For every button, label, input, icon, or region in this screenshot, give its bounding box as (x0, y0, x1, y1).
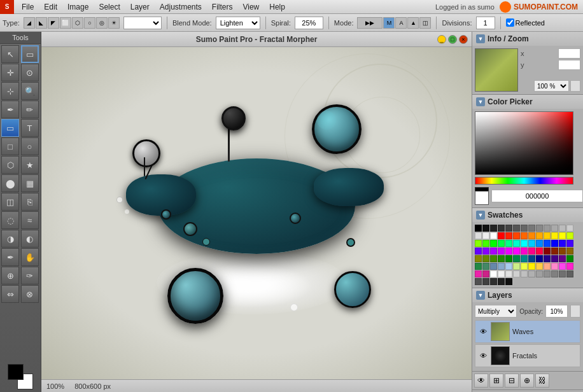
tool-arrow[interactable]: ↖ (1, 45, 19, 63)
spiral-input[interactable] (295, 17, 323, 29)
tool-crop[interactable]: ⊹ (1, 82, 19, 100)
swatch-item[interactable] (513, 270, 520, 277)
swatch-item[interactable] (551, 255, 558, 262)
menu-file[interactable]: File (17, 1, 39, 13)
hex-input[interactable] (491, 190, 583, 202)
swatch-item[interactable] (544, 240, 551, 247)
swatch-item[interactable] (513, 232, 520, 239)
swatch-item[interactable] (536, 248, 543, 255)
swatch-item[interactable] (490, 225, 497, 232)
tool-pen[interactable]: ✒ (1, 248, 19, 266)
zoom-select[interactable]: 100 % (534, 80, 569, 92)
swatch-item[interactable] (505, 240, 512, 247)
x-input[interactable] (558, 48, 580, 59)
type-icon-2[interactable]: ◣ (36, 17, 47, 29)
tool-select-rect[interactable]: ▭ (21, 45, 39, 63)
swatch-item[interactable] (528, 255, 535, 262)
swatch-item[interactable] (490, 240, 497, 247)
layer-eye-waves[interactable]: 👁 (478, 326, 488, 337)
layer-btn-1[interactable]: 👁 (474, 374, 488, 388)
tool-star[interactable]: ★ (21, 156, 39, 174)
swatch-item[interactable] (505, 248, 512, 255)
swatch-item[interactable] (521, 240, 528, 247)
reflected-checkbox[interactable] (506, 18, 514, 27)
swatch-item[interactable] (521, 232, 528, 239)
tool-zoom[interactable]: 🔍 (21, 82, 39, 100)
swatch-item[interactable] (498, 232, 505, 239)
swatch-item[interactable] (559, 263, 566, 270)
maximize-button[interactable]: □ (448, 35, 457, 44)
swatch-item[interactable] (498, 278, 505, 285)
mode-icon-5[interactable]: ◫ (419, 17, 431, 29)
bg-color-swatch[interactable] (475, 191, 489, 205)
swatch-item[interactable] (513, 255, 520, 262)
swatch-item[interactable] (490, 278, 497, 285)
swatch-item[interactable] (513, 263, 520, 270)
layer-blend-mode[interactable]: Multiply (475, 305, 517, 318)
menu-layer[interactable]: Layer (125, 1, 155, 13)
tool-text[interactable]: T (21, 119, 39, 137)
swatch-item[interactable] (475, 240, 482, 247)
swatch-item[interactable] (498, 248, 505, 255)
swatch-item[interactable] (528, 248, 535, 255)
tool-hand[interactable]: ✋ (21, 248, 39, 266)
info-zoom-header[interactable]: ▼ Info / Zoom (472, 32, 583, 46)
swatch-item[interactable] (521, 248, 528, 255)
swatch-item[interactable] (536, 225, 543, 232)
swatch-item[interactable] (559, 255, 566, 262)
tool-zoom2[interactable]: ⊕ (1, 267, 19, 284)
swatch-item[interactable] (482, 240, 489, 247)
mode-icon-3[interactable]: A (395, 17, 407, 29)
swatch-item[interactable] (505, 225, 512, 232)
tool-gradient[interactable]: ▦ (21, 174, 39, 192)
swatch-item[interactable] (505, 255, 512, 262)
layer-btn-3[interactable]: ⊟ (505, 374, 519, 388)
swatch-item[interactable] (559, 232, 566, 239)
layer-btn-4[interactable]: ⊕ (520, 374, 534, 388)
swatch-item[interactable] (528, 270, 535, 277)
swatch-item[interactable] (482, 232, 489, 239)
y-input[interactable] (558, 60, 580, 70)
swatch-item[interactable] (544, 270, 551, 277)
close-button[interactable]: × (459, 35, 468, 44)
tool-lasso[interactable]: ⊙ (21, 64, 39, 81)
swatch-item[interactable] (521, 270, 528, 277)
color-picker-header[interactable]: ▼ Color Picker (472, 95, 583, 109)
swatch-item[interactable] (482, 263, 489, 270)
swatch-item[interactable] (559, 248, 566, 255)
swatch-item[interactable] (566, 263, 573, 270)
swatch-item[interactable] (482, 270, 489, 277)
menu-select[interactable]: Select (94, 1, 125, 13)
swatch-item[interactable] (513, 248, 520, 255)
mode-icon-active[interactable]: M (383, 17, 395, 29)
swatch-item[interactable] (566, 270, 573, 277)
type-icon-3[interactable]: ◤ (48, 17, 59, 29)
color-gradient[interactable] (475, 111, 573, 175)
swatch-item[interactable] (544, 255, 551, 262)
swatch-item[interactable] (513, 225, 520, 232)
layer-btn-2[interactable]: ⊞ (489, 374, 503, 388)
swatch-item[interactable] (482, 225, 489, 232)
swatch-item[interactable] (490, 263, 497, 270)
swatch-item[interactable] (528, 225, 535, 232)
swatch-item[interactable] (482, 248, 489, 255)
swatch-item[interactable] (490, 232, 497, 239)
swatch-item[interactable] (566, 248, 573, 255)
tool-paint-bucket[interactable]: ⬤ (1, 174, 19, 192)
swatch-item[interactable] (498, 263, 505, 270)
layers-header[interactable]: ▼ Layers (472, 288, 583, 302)
type-icon-8[interactable]: ☀ (108, 17, 120, 29)
swatch-item[interactable] (551, 232, 558, 239)
swatch-item[interactable] (544, 232, 551, 239)
swatches-header[interactable]: ▼ Swatches (472, 208, 583, 222)
type-icon-6[interactable]: ○ (84, 17, 95, 29)
swatch-item[interactable] (490, 270, 497, 277)
hue-bar[interactable] (475, 177, 573, 185)
swatch-item[interactable] (551, 225, 558, 232)
menu-image[interactable]: Image (62, 1, 94, 13)
menu-filters[interactable]: Filters (207, 1, 238, 13)
swatch-item[interactable] (566, 240, 573, 247)
swatch-item[interactable] (566, 255, 573, 262)
swatch-item[interactable] (551, 270, 558, 277)
tool-blur[interactable]: ◌ (1, 211, 19, 229)
